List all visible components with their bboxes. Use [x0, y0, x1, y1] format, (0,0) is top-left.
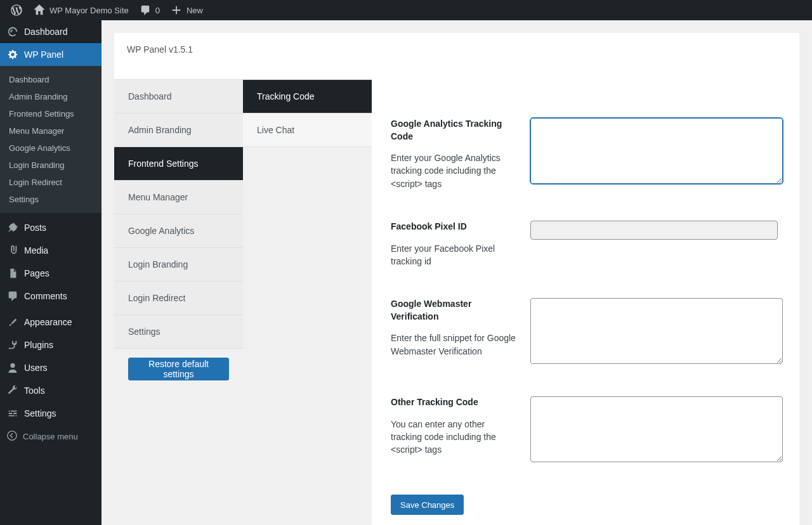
sidebar-label: Media — [24, 245, 48, 256]
field-hint: Enter the full snippet for Google Webmas… — [391, 332, 518, 358]
new-label: New — [187, 6, 203, 15]
primary-tab[interactable]: Menu Manager — [114, 180, 243, 214]
field-input[interactable] — [530, 396, 783, 462]
field-hint: You can enter any other tracking code in… — [391, 418, 518, 457]
wordpress-icon — [10, 4, 23, 16]
settings-form: Google Analytics Tracking CodeEnter your… — [372, 80, 799, 525]
form-field: Facebook Pixel IDEnter your Facebook Pix… — [391, 221, 783, 268]
comments-count: 0 — [155, 6, 160, 15]
primary-tab[interactable]: Frontend Settings — [114, 146, 243, 181]
comment-icon — [6, 290, 19, 302]
sidebar-item-wp-panel[interactable]: WP Panel — [0, 43, 102, 66]
sidebar-item-users[interactable]: Users — [0, 356, 102, 379]
sidebar-label: Appearance — [24, 317, 72, 327]
primary-tab[interactable]: Login Branding — [114, 247, 243, 282]
sidebar-subitem[interactable]: Login Branding — [0, 157, 102, 174]
sidebar-subitem[interactable]: Admin Branding — [0, 88, 102, 105]
sidebar-label: Settings — [24, 408, 56, 418]
home-icon — [33, 4, 46, 16]
sidebar-item-posts[interactable]: Posts — [0, 216, 102, 239]
sidebar-subitem[interactable]: Menu Manager — [0, 122, 102, 139]
field-title: Facebook Pixel ID — [391, 221, 518, 233]
dashboard-icon — [6, 25, 19, 38]
new-content-link[interactable]: New — [165, 0, 208, 20]
media-icon — [6, 244, 19, 257]
sidebar-item-pages[interactable]: Pages — [0, 262, 102, 285]
secondary-tabs: Tracking CodeLive Chat — [243, 80, 372, 525]
wp-logo-menu[interactable] — [5, 0, 28, 20]
comments-link[interactable]: 0 — [134, 0, 165, 20]
field-hint: Enter your Facebook Pixel tracking id — [391, 242, 518, 268]
field-input[interactable] — [530, 118, 783, 184]
form-field: Other Tracking CodeYou can enter any oth… — [391, 396, 783, 464]
sidebar-label: WP Panel — [24, 49, 63, 60]
sidebar-item-appearance[interactable]: Appearance — [0, 311, 102, 334]
save-changes-button[interactable]: Save Changes — [391, 495, 464, 515]
field-input[interactable] — [530, 298, 783, 364]
sidebar-subitem[interactable]: Dashboard — [0, 71, 102, 88]
admin-sidebar: Dashboard WP Panel DashboardAdmin Brandi… — [0, 20, 102, 525]
field-title: Other Tracking Code — [391, 396, 518, 409]
primary-tab[interactable]: Dashboard — [114, 79, 243, 113]
wrench-icon — [6, 384, 19, 397]
gear-icon — [6, 48, 19, 61]
secondary-tab[interactable]: Tracking Code — [243, 79, 372, 113]
collapse-label: Collapse menu — [23, 432, 78, 441]
primary-tab[interactable]: Login Redirect — [114, 281, 243, 315]
sidebar-subitem[interactable]: Login Redirect — [0, 174, 102, 191]
primary-tab[interactable]: Settings — [114, 314, 243, 349]
secondary-tab[interactable]: Live Chat — [243, 113, 372, 147]
primary-tab[interactable]: Admin Branding — [114, 113, 243, 147]
sidebar-label: Comments — [24, 291, 67, 301]
primary-tab[interactable]: Google Analytics — [114, 214, 243, 248]
field-title: Google Analytics Tracking Code — [391, 118, 518, 143]
main-content: WP Panel v1.5.1 DashboardAdmin BrandingF… — [102, 20, 812, 525]
page-title: WP Panel v1.5.1 — [114, 33, 799, 80]
sidebar-item-settings[interactable]: Settings — [0, 402, 102, 425]
sidebar-item-media[interactable]: Media — [0, 239, 102, 262]
comment-icon — [139, 4, 152, 16]
admin-topbar: WP Mayor Demo Site 0 New — [0, 0, 812, 20]
sidebar-subitem[interactable]: Google Analytics — [0, 139, 102, 157]
plus-icon — [170, 4, 183, 16]
sidebar-subitem[interactable]: Frontend Settings — [0, 105, 102, 122]
field-hint: Enter your Google Analytics tracking cod… — [391, 152, 518, 190]
sidebar-item-tools[interactable]: Tools — [0, 379, 102, 402]
form-field: Google Analytics Tracking CodeEnter your… — [391, 118, 783, 190]
sidebar-item-dashboard[interactable]: Dashboard — [0, 20, 102, 43]
svg-point-0 — [8, 431, 16, 440]
primary-tabs: DashboardAdmin BrandingFrontend Settings… — [114, 80, 243, 525]
pin-icon — [6, 221, 19, 234]
site-name-link[interactable]: WP Mayor Demo Site — [28, 0, 134, 20]
sliders-icon — [6, 407, 19, 420]
sidebar-item-comments[interactable]: Comments — [0, 285, 102, 308]
field-title: Google Webmaster Verification — [391, 298, 518, 323]
field-input[interactable] — [530, 221, 778, 240]
sidebar-label: Pages — [24, 268, 49, 278]
sidebar-label: Tools — [24, 386, 45, 396]
collapse-menu-button[interactable]: Collapse menu — [0, 425, 102, 448]
restore-defaults-button[interactable]: Restore default settings — [128, 358, 229, 380]
site-name-text: WP Mayor Demo Site — [49, 6, 129, 15]
sidebar-label: Dashboard — [24, 27, 68, 37]
sidebar-label: Users — [24, 363, 48, 373]
sidebar-subitem[interactable]: Settings — [0, 191, 102, 208]
collapse-icon — [6, 430, 18, 443]
page-icon — [6, 267, 19, 280]
brush-icon — [6, 316, 19, 328]
sidebar-item-plugins[interactable]: Plugins — [0, 334, 102, 356]
sidebar-label: Posts — [24, 223, 46, 233]
sidebar-label: Plugins — [24, 340, 53, 350]
plug-icon — [6, 339, 19, 351]
form-field: Google Webmaster VerificationEnter the f… — [391, 298, 783, 366]
user-icon — [6, 361, 19, 374]
sidebar-submenu: DashboardAdmin BrandingFrontend Settings… — [0, 66, 102, 213]
